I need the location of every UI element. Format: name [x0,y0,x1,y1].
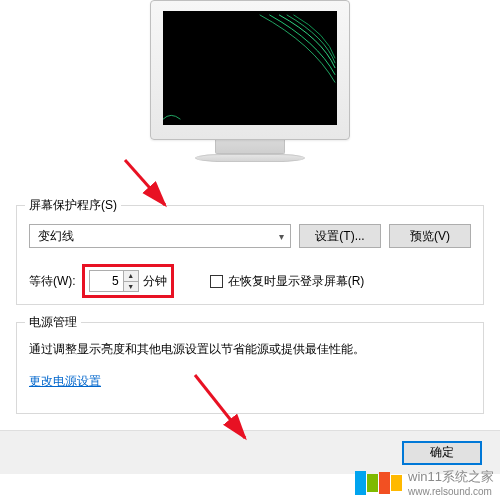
screensaver-preview-monitor [150,0,350,165]
checkbox-box-icon[interactable] [210,275,223,288]
screensaver-group-label: 屏幕保护程序(S) [25,197,121,214]
monitor-base [195,154,305,162]
chevron-down-icon: ▾ [279,231,284,242]
wait-spinner[interactable]: 5 ▲ ▼ [89,270,139,292]
power-group: 电源管理 通过调整显示亮度和其他电源设置以节省能源或提供最佳性能。 更改电源设置 [16,322,484,414]
monitor-screen [163,11,337,125]
spinner-down-icon[interactable]: ▼ [124,282,138,292]
watermark: win11系统之家 www.relsound.com [355,468,494,497]
settings-button[interactable]: 设置(T)... [299,224,381,248]
screensaver-select-value: 变幻线 [38,228,74,245]
wait-label: 等待(W): [29,273,76,290]
preview-button[interactable]: 预览(V) [389,224,471,248]
monitor-frame [150,0,350,140]
watermark-text: win11系统之家 www.relsound.com [408,468,494,497]
wait-unit: 分钟 [143,273,167,290]
change-power-settings-link[interactable]: 更改电源设置 [29,373,101,390]
screensaver-settings-dialog: 屏幕保护程序(S) 变幻线 ▾ 设置(T)... 预览(V) 等待(W): 5 … [0,0,500,475]
power-group-label: 电源管理 [25,314,81,331]
resume-login-label: 在恢复时显示登录屏幕(R) [228,273,365,290]
power-description: 通过调整显示亮度和其他电源设置以节省能源或提供最佳性能。 [29,339,471,359]
resume-login-checkbox[interactable]: 在恢复时显示登录屏幕(R) [210,273,365,290]
wait-value[interactable]: 5 [90,271,123,291]
screensaver-group: 屏幕保护程序(S) 变幻线 ▾ 设置(T)... 预览(V) 等待(W): 5 … [16,205,484,305]
screensaver-select[interactable]: 变幻线 ▾ [29,224,291,248]
spinner-up-icon[interactable]: ▲ [124,271,138,282]
wait-highlight-box: 5 ▲ ▼ 分钟 [82,264,174,298]
watermark-logo-icon [355,471,402,495]
ok-button[interactable]: 确定 [402,441,482,465]
spinner-buttons[interactable]: ▲ ▼ [123,271,138,291]
mystify-preview-icon [163,11,337,125]
monitor-stand [215,140,285,154]
